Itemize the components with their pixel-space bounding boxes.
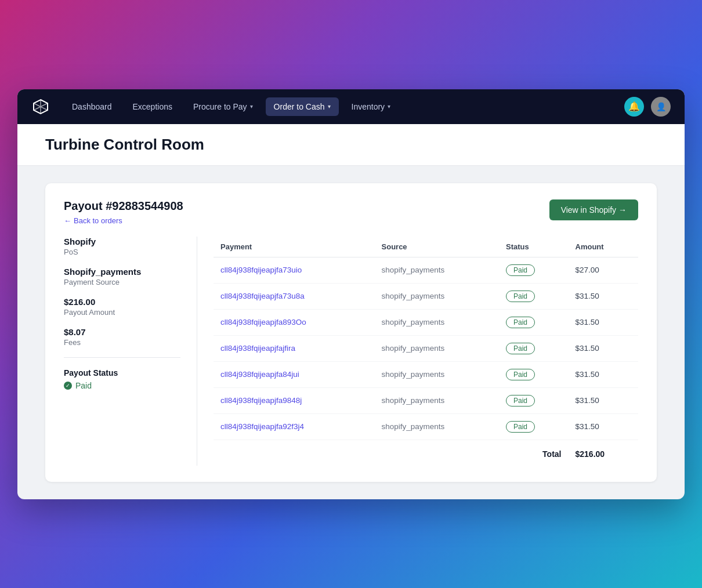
source-cell: shopify_payments bbox=[375, 413, 499, 440]
table-body: cll84j938fqijeapjfa73uio shopify_payment… bbox=[214, 257, 638, 466]
status-badge: Paid bbox=[506, 395, 535, 406]
payment-link[interactable]: cll84j938fqijeapjfa893Oo bbox=[220, 318, 306, 326]
table-row: cll84j938fqijeapjfa893Oo shopify_payment… bbox=[214, 309, 638, 335]
payment-link[interactable]: cll84j938fqijeapjfa84jui bbox=[220, 370, 299, 379]
back-to-orders-link[interactable]: ← Back to orders bbox=[64, 216, 183, 225]
col-payment: Payment bbox=[214, 237, 375, 257]
total-row: Total $216.00 bbox=[214, 440, 638, 466]
payment-link-cell: cll84j938fqijeapjfa84jui bbox=[214, 361, 375, 387]
col-amount: Amount bbox=[569, 237, 639, 257]
table-row: cll84j938fqijeapjfa92f3j4 shopify_paymen… bbox=[214, 413, 638, 440]
status-cell: Paid bbox=[499, 257, 569, 283]
payout-status-title: Payout Status bbox=[64, 368, 180, 378]
source-value: shopify_payments bbox=[382, 344, 445, 353]
page-header: Turbine Control Room bbox=[17, 124, 685, 166]
payout-amount-value: $216.00 bbox=[64, 297, 180, 307]
status-cell: Paid bbox=[499, 387, 569, 413]
status-badge: Paid bbox=[506, 369, 535, 380]
source-type: PoS bbox=[64, 248, 180, 256]
user-avatar[interactable]: 👤 bbox=[651, 97, 671, 117]
table-header: Payment Source Status Amount bbox=[214, 237, 638, 257]
payout-sidebar: Shopify PoS Shopify_payments Payment Sou… bbox=[64, 237, 197, 466]
view-in-shopify-button[interactable]: View in Shopify → bbox=[549, 199, 638, 220]
payment-link[interactable]: cll84j938fqijeapjfa73uio bbox=[220, 266, 302, 274]
source-value: shopify_payments bbox=[382, 422, 445, 431]
fees-label: Fees bbox=[64, 338, 180, 347]
amount-cell: $31.50 bbox=[569, 283, 639, 309]
amount-cell: $31.50 bbox=[569, 309, 639, 335]
table-row: cll84j938fqijeapjfajfira shopify_payment… bbox=[214, 335, 638, 361]
payment-link[interactable]: cll84j938fqijeapjfa73u8a bbox=[220, 292, 305, 300]
payout-amount-label: Payout Amount bbox=[64, 308, 180, 317]
status-badge: Paid bbox=[506, 343, 535, 354]
source-cell: shopify_payments bbox=[375, 283, 499, 309]
source-cell: shopify_payments bbox=[375, 335, 499, 361]
source-value: shopify_payments bbox=[382, 292, 445, 300]
payment-link-cell: cll84j938fqijeapjfa73uio bbox=[214, 257, 375, 283]
payment-link[interactable]: cll84j938fqijeapjfa9848j bbox=[220, 396, 302, 405]
fees-value: $8.07 bbox=[64, 327, 180, 337]
nav-order-to-cash[interactable]: Order to Cash ▾ bbox=[266, 97, 339, 116]
fees-field: $8.07 Fees bbox=[64, 327, 180, 347]
payment-link[interactable]: cll84j938fqijeapjfajfira bbox=[220, 344, 295, 353]
payment-link-cell: cll84j938fqijeapjfajfira bbox=[214, 335, 375, 361]
payout-amount-field: $216.00 Payout Amount bbox=[64, 297, 180, 317]
payout-title: Payout #92883544908 bbox=[64, 199, 183, 213]
table-row: cll84j938fqijeapjfa84jui shopify_payment… bbox=[214, 361, 638, 387]
payout-status-value: ✓ Paid bbox=[64, 381, 180, 390]
status-cell: Paid bbox=[499, 413, 569, 440]
payout-header: Payout #92883544908 ← Back to orders Vie… bbox=[64, 199, 638, 225]
amount-cell: $27.00 bbox=[569, 257, 639, 283]
notification-bell[interactable]: 🔔 bbox=[624, 97, 644, 117]
source-value: shopify_payments bbox=[382, 396, 445, 405]
status-badge: Paid bbox=[506, 317, 535, 328]
table-row: cll84j938fqijeapjfa73u8a shopify_payment… bbox=[214, 283, 638, 309]
payment-source-name: Shopify_payments bbox=[64, 267, 180, 277]
payment-link-cell: cll84j938fqijeapjfa893Oo bbox=[214, 309, 375, 335]
payout-card: Payout #92883544908 ← Back to orders Vie… bbox=[45, 183, 657, 482]
source-value: shopify_payments bbox=[382, 266, 445, 274]
table-row: cll84j938fqijeapjfa9848j shopify_payment… bbox=[214, 387, 638, 413]
nav-exceptions[interactable]: Exceptions bbox=[125, 97, 180, 116]
status-cell: Paid bbox=[499, 309, 569, 335]
payment-link[interactable]: cll84j938fqijeapjfa92f3j4 bbox=[220, 422, 304, 431]
nav-dashboard[interactable]: Dashboard bbox=[64, 97, 120, 116]
payout-status-section: Payout Status ✓ Paid bbox=[64, 357, 180, 390]
source-cell: shopify_payments bbox=[375, 257, 499, 283]
nav-inventory[interactable]: Inventory ▾ bbox=[343, 97, 399, 116]
status-cell: Paid bbox=[499, 361, 569, 387]
status-badge: Paid bbox=[506, 264, 535, 276]
payment-link-cell: cll84j938fqijeapjfa92f3j4 bbox=[214, 413, 375, 440]
source-value: shopify_payments bbox=[382, 318, 445, 326]
amount-cell: $31.50 bbox=[569, 335, 639, 361]
source-cell: shopify_payments bbox=[375, 361, 499, 387]
payment-link-cell: cll84j938fqijeapjfa9848j bbox=[214, 387, 375, 413]
status-badge: Paid bbox=[506, 291, 535, 302]
col-status: Status bbox=[499, 237, 569, 257]
source-cell: shopify_payments bbox=[375, 387, 499, 413]
source-value: shopify_payments bbox=[382, 370, 445, 379]
payment-link-cell: cll84j938fqijeapjfa73u8a bbox=[214, 283, 375, 309]
page-title: Turbine Control Room bbox=[45, 136, 657, 154]
nav-icons: 🔔 👤 bbox=[624, 97, 671, 117]
payments-table-area: Payment Source Status Amount cll84j938fq… bbox=[214, 237, 638, 466]
payout-info: Payout #92883544908 ← Back to orders bbox=[64, 199, 183, 225]
paid-dot: ✓ bbox=[64, 382, 72, 390]
nav-procure-to-pay[interactable]: Procure to Pay ▾ bbox=[185, 97, 261, 116]
source-cell: shopify_payments bbox=[375, 309, 499, 335]
logo[interactable] bbox=[31, 97, 50, 116]
payments-table: Payment Source Status Amount cll84j938fq… bbox=[214, 237, 638, 466]
payment-source-field: Shopify_payments Payment Source bbox=[64, 267, 180, 286]
navbar: Dashboard Exceptions Procure to Pay ▾ Or… bbox=[17, 89, 685, 124]
amount-cell: $31.50 bbox=[569, 413, 639, 440]
main-content: Payout #92883544908 ← Back to orders Vie… bbox=[17, 166, 685, 499]
source-field: Shopify PoS bbox=[64, 237, 180, 256]
total-label: Total bbox=[499, 440, 569, 466]
payment-source-label: Payment Source bbox=[64, 278, 180, 286]
status-cell: Paid bbox=[499, 283, 569, 309]
col-source: Source bbox=[375, 237, 499, 257]
source-name: Shopify bbox=[64, 237, 180, 246]
content-layout: Shopify PoS Shopify_payments Payment Sou… bbox=[64, 237, 638, 466]
status-badge: Paid bbox=[506, 421, 535, 433]
amount-cell: $31.50 bbox=[569, 361, 639, 387]
